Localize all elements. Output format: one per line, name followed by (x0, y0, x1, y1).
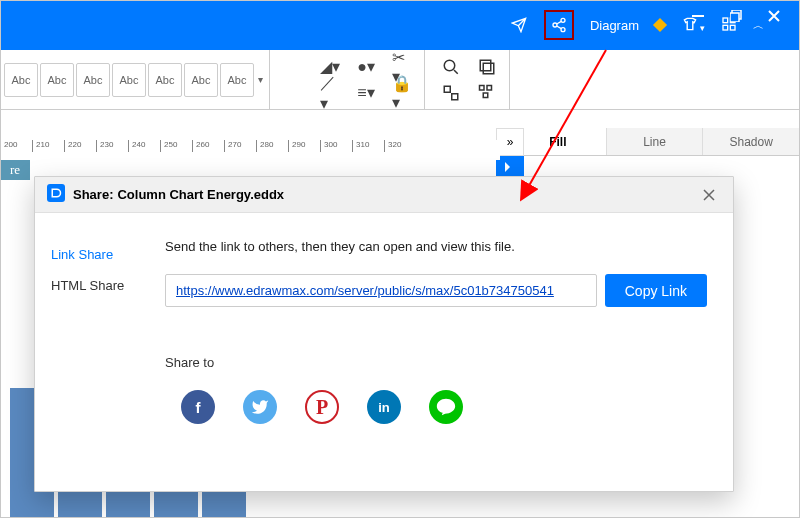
dialog-filename: Column Chart Energy.eddx (117, 187, 284, 202)
dialog-body: Link Share HTML Share Send the link to o… (35, 213, 733, 491)
line-icon[interactable] (429, 390, 463, 424)
theme-sample[interactable]: Abc (220, 63, 254, 97)
minimize-icon[interactable] (692, 10, 704, 22)
theme-sample[interactable]: Abc (184, 63, 218, 97)
svg-rect-15 (480, 85, 485, 90)
svg-rect-6 (730, 25, 735, 30)
ruler-tick: 230 (96, 140, 128, 152)
line-style-icon[interactable]: ≡▾ (356, 83, 376, 103)
ruler-tick: 320 (384, 140, 416, 152)
share-icon-highlighted[interactable] (544, 10, 574, 40)
ruler-tick: 280 (256, 140, 288, 152)
dialog-title-prefix: Share: (73, 187, 113, 202)
search-icon[interactable] (441, 57, 461, 77)
share-description: Send the link to others, then they can o… (165, 239, 707, 254)
ruler-tick: 310 (352, 140, 384, 152)
tab-link-share[interactable]: Link Share (47, 239, 165, 270)
layer-icon[interactable] (477, 57, 497, 77)
shadow-icon[interactable]: ●▾ (356, 57, 376, 77)
svg-rect-13 (444, 86, 450, 92)
panel-handle[interactable] (496, 156, 524, 178)
diamond-badge-icon (653, 18, 667, 32)
close-icon[interactable] (768, 10, 780, 22)
ruler-tick: 210 (32, 140, 64, 152)
expand-panel-button[interactable]: » (496, 128, 524, 156)
chart-bar (154, 488, 198, 518)
svg-rect-16 (487, 85, 492, 90)
diagram-label[interactable]: Diagram (590, 18, 639, 33)
theme-samples: Abc Abc Abc Abc Abc Abc Abc ▾ (4, 50, 270, 109)
svg-point-10 (444, 60, 455, 71)
ruler-tick: 200 (0, 140, 32, 152)
style-tools: ◢▾ ●▾ ✂▾ ／▾ ≡▾ 🔒▾ (308, 50, 425, 109)
ungroup-icon[interactable] (477, 83, 497, 103)
tab-fill[interactable]: Fill (510, 128, 607, 155)
theme-sample[interactable]: Abc (4, 63, 38, 97)
group-icon[interactable] (441, 83, 461, 103)
ruler-tick: 250 (160, 140, 192, 152)
app-logo-icon (47, 184, 65, 205)
twitter-icon[interactable] (243, 390, 277, 424)
dialog-close-button[interactable] (697, 183, 721, 207)
svg-rect-18 (47, 184, 65, 202)
horizontal-ruler: 200 210 220 230 240 250 260 270 280 290 … (0, 140, 500, 160)
linkedin-icon[interactable]: in (367, 390, 401, 424)
ruler-tick: 290 (288, 140, 320, 152)
ruler-tick: 270 (224, 140, 256, 152)
ribbon-toolbar: Abc Abc Abc Abc Abc Abc Abc ▾ ◢▾ ●▾ ✂▾ ／… (0, 50, 800, 110)
theme-sample[interactable]: Abc (40, 63, 74, 97)
share-dialog: Share: Column Chart Energy.eddx Link Sha… (34, 176, 734, 492)
ruler-tick: 240 (128, 140, 160, 152)
svg-rect-11 (480, 60, 491, 71)
link-row: https://www.edrawmax.com/server/public/s… (165, 274, 707, 307)
arrange-tools (429, 50, 510, 109)
svg-rect-14 (452, 93, 458, 99)
line-icon[interactable]: ／▾ (320, 83, 340, 103)
tab-shadow[interactable]: Shadow (703, 128, 800, 155)
chart-bar (106, 488, 150, 518)
svg-rect-9 (730, 13, 739, 22)
share-main: Send the link to others, then they can o… (165, 213, 733, 491)
send-icon[interactable] (510, 16, 528, 34)
dialog-titlebar: Share: Column Chart Energy.eddx (35, 177, 733, 213)
theme-sample[interactable]: Abc (112, 63, 146, 97)
lock-icon[interactable]: 🔒▾ (392, 83, 412, 103)
share-tabs: Link Share HTML Share (35, 213, 165, 491)
svg-rect-7 (692, 15, 704, 17)
title-bar: Diagram ▾ ︿ (0, 0, 800, 50)
svg-point-0 (561, 18, 565, 22)
window-controls (692, 10, 780, 22)
chart-bar (58, 488, 102, 518)
ruler-tick: 260 (192, 140, 224, 152)
pinterest-icon[interactable]: P (305, 390, 339, 424)
copy-link-button[interactable]: Copy Link (605, 274, 707, 307)
svg-rect-12 (483, 63, 494, 74)
svg-rect-17 (483, 93, 488, 98)
format-panel-tabs: Fill Line Shadow (510, 128, 800, 156)
chart-bar (202, 488, 246, 518)
theme-sample[interactable]: Abc (76, 63, 110, 97)
facebook-icon[interactable]: f (181, 390, 215, 424)
tab-html-share[interactable]: HTML Share (47, 270, 165, 301)
svg-point-2 (561, 28, 565, 32)
ruler-tick: 220 (64, 140, 96, 152)
social-buttons: f P in (165, 390, 707, 424)
svg-point-1 (553, 23, 557, 27)
partial-title-text: re (0, 160, 30, 180)
restore-icon[interactable] (730, 10, 742, 22)
theme-sample[interactable]: Abc (148, 63, 182, 97)
ruler-tick: 300 (320, 140, 352, 152)
share-to-label: Share to (165, 355, 707, 370)
svg-rect-5 (723, 25, 728, 30)
share-url-input[interactable]: https://www.edrawmax.com/server/public/s… (165, 274, 597, 307)
tab-line[interactable]: Line (607, 128, 704, 155)
